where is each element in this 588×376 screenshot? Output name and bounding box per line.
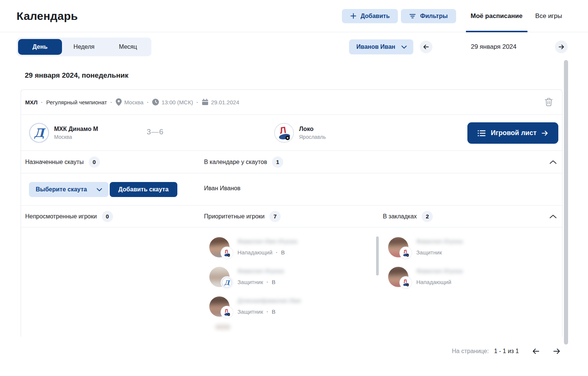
priority-players: Приоритетные игроки 7 — [204, 211, 281, 222]
tab-all-games[interactable]: Все игры — [531, 0, 567, 32]
player-row[interactable]: Л Фамилия Игрока Нападающий — [388, 267, 463, 291]
player-row[interactable]: Л Фамилия Игрока Защитник — [388, 237, 463, 262]
player-avatar: Л — [209, 237, 230, 257]
loko-logo-icon: Л — [274, 123, 294, 143]
player-avatar: Л — [388, 237, 408, 257]
game-time: 13:00 (МСК) — [152, 99, 193, 105]
game-sheet-button-label: Игровой лист — [491, 129, 537, 137]
player-position: Защитник — [237, 308, 263, 315]
home-team-name: МХК Динамо М — [54, 126, 98, 132]
bookmarked-players: В закладках 2 — [383, 211, 433, 222]
in-calendar-scouts-count-badge: 1 — [272, 156, 283, 168]
player-position: Защитник — [237, 279, 263, 285]
per-page-label: На странице: — [452, 348, 489, 355]
view-day-button[interactable]: День — [18, 39, 62, 55]
filters-button[interactable]: Фильтры — [401, 9, 456, 23]
game-sheet-button[interactable]: Игровой лист — [467, 122, 558, 144]
game-date: 29.01.2024 — [202, 99, 239, 105]
vertical-scrollbar[interactable] — [564, 60, 568, 344]
page-title: Календарь — [17, 10, 78, 23]
bookmarked-players-label: В закладках — [383, 213, 417, 220]
calendar-scout-name: Иван Иванов — [204, 185, 240, 192]
home-team[interactable]: Д МХК Динамо М Москва — [29, 123, 98, 143]
in-calendar-scouts: В календаре у скаутов 1 — [204, 156, 283, 168]
away-team[interactable]: Л Локо Ярославль — [274, 123, 326, 143]
player-row[interactable]: Л Длиннаяфамилия Имя Защитник · В — [209, 296, 301, 321]
separator-dot: · — [276, 249, 278, 256]
tournament-label: Регулярный чемпионат — [46, 99, 107, 105]
players-area: Л Фамилия Имя Игрока Нападающий · В — [21, 227, 562, 337]
teams-row: Д МХК Динамо М Москва 3—6 Л Локо Ярослав… — [21, 115, 562, 151]
priority-players-label: Приоритетные игроки — [204, 213, 265, 220]
calendar-icon — [202, 99, 209, 105]
day-heading: 29 января 2024, понедельник — [25, 71, 588, 80]
away-team-city: Ярославль — [299, 134, 326, 140]
bookmarked-players-list: Л Фамилия Игрока Защитник Л — [388, 237, 463, 291]
player-row[interactable]: Д Фамилия Игрока Защитник · В — [209, 267, 301, 291]
player-name-blurred: Фамилия Имя Игрока — [237, 238, 297, 245]
tab-my-schedule[interactable]: Моё расписание — [466, 0, 528, 32]
view-switcher: День Неделя Месяц — [17, 38, 151, 56]
plus-icon — [350, 13, 357, 19]
person-select[interactable]: Иванов Иван — [349, 39, 413, 54]
tab-my-schedule-label: Моё расписание — [471, 12, 523, 20]
player-name-blurred: Фамилия Игрока — [416, 238, 463, 245]
players-header-row: Непросмотренные игроки 0 Приоритетные иг… — [21, 206, 562, 227]
game-city-label: Москва — [124, 99, 144, 105]
assigned-scouts: Назначенные скауты 0 — [25, 156, 100, 168]
list-icon — [478, 130, 486, 137]
chevron-up-icon — [549, 214, 557, 218]
in-calendar-scouts-label: В календаре у скаутов — [204, 159, 267, 165]
game-score: 3—6 — [125, 128, 185, 136]
assigned-scouts-label: Назначенные скауты — [25, 159, 84, 165]
chevron-down-icon — [401, 45, 407, 49]
scout-select-value: Выберите скаута — [36, 186, 87, 193]
view-month-button[interactable]: Месяц — [106, 39, 150, 55]
player-position: Защитник — [416, 249, 442, 256]
scout-select[interactable]: Выберите скаута — [29, 182, 109, 197]
next-day-button[interactable] — [555, 41, 568, 53]
separator-dot: · — [266, 308, 268, 315]
calendar-page: Календарь Добавить Фильтры Моё расписани… — [0, 0, 588, 376]
bookmarked-players-count-badge: 2 — [422, 211, 433, 222]
player-name-blurred: Фамилия Игрока — [237, 268, 284, 275]
delete-game-button[interactable] — [544, 98, 553, 107]
view-week-button[interactable]: Неделя — [62, 39, 106, 55]
add-scout-button[interactable]: Добавить скаута — [110, 182, 177, 197]
home-team-city: Москва — [54, 134, 98, 140]
priority-players-list: Л Фамилия Имя Игрока Нападающий · В — [209, 237, 301, 321]
player-flag: В — [281, 249, 285, 256]
collapse-players-button[interactable] — [549, 214, 557, 218]
arrow-right-icon — [558, 44, 564, 50]
header: Календарь Добавить Фильтры Моё расписани… — [0, 0, 588, 32]
dynamo-logo-icon: Д — [29, 123, 49, 143]
view-day-label: День — [33, 44, 48, 50]
player-name-blurred: Длиннаяфамилия Имя — [237, 298, 301, 304]
game-time-label: 13:00 (МСК) — [162, 99, 193, 105]
tab-all-games-label: Все игры — [535, 12, 562, 20]
player-row[interactable]: Л Фамилия Имя Игрока Нападающий · В — [209, 237, 301, 262]
partial-player-row-blur — [215, 324, 231, 330]
location-pin-icon — [116, 98, 122, 106]
separator-dot — [41, 99, 43, 105]
bookmarks-scrollbar[interactable] — [376, 236, 379, 275]
add-scout-button-label: Добавить скаута — [118, 186, 169, 193]
league-label: МХЛ — [25, 99, 38, 105]
add-button[interactable]: Добавить — [342, 9, 398, 23]
scouts-header-row: Назначенные скауты 0 В календаре у скаут… — [21, 151, 562, 173]
separator-dot — [110, 99, 112, 105]
prev-day-button[interactable] — [420, 41, 432, 53]
arrow-left-icon — [532, 348, 540, 354]
add-button-label: Добавить — [361, 13, 390, 20]
current-date-label: 29 января 2024 — [432, 43, 555, 51]
view-week-label: Неделя — [74, 44, 95, 50]
prev-page-button[interactable] — [532, 348, 540, 354]
separator-dot — [197, 99, 198, 105]
player-avatar: Д — [209, 267, 230, 287]
view-month-label: Месяц — [119, 44, 137, 50]
game-card: МХЛ Регулярный чемпионат Москва 13:00 (М… — [21, 89, 562, 337]
arrow-left-icon — [423, 44, 429, 50]
player-flag: В — [272, 308, 275, 315]
collapse-scouts-button[interactable] — [549, 160, 557, 164]
next-page-button[interactable] — [553, 348, 560, 354]
